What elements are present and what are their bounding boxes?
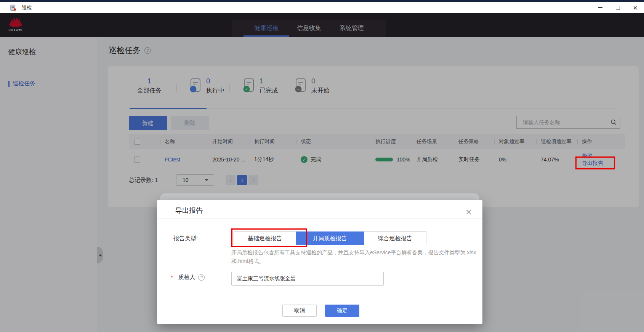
close-button[interactable]: ✕ xyxy=(626,2,644,13)
minimize-button[interactable] xyxy=(591,2,609,13)
report-type-label: 报告类型: xyxy=(173,235,198,242)
dialog-divider xyxy=(157,219,482,219)
window-title: 巡检 xyxy=(22,4,32,11)
inspector-label-row: * 质检人 ? xyxy=(171,274,205,281)
app-icon xyxy=(10,5,16,11)
inspector-help-icon[interactable]: ? xyxy=(198,274,205,281)
dialog-close-icon[interactable] xyxy=(465,208,473,216)
maximize-button[interactable] xyxy=(609,2,626,13)
annotation-box-export-link xyxy=(575,156,615,169)
report-type-comprehensive[interactable]: 综合巡检报告 xyxy=(364,231,426,245)
confirm-button[interactable]: 确定 xyxy=(325,305,359,317)
annotation-box-report-type xyxy=(231,228,307,247)
app-window: 巡检 ✕ xyxy=(0,0,644,332)
export-report-dialog: 导出报告 报告类型: 基础巡检报告 开局质检报告 综合巡检报告 开局质检报告包含… xyxy=(157,200,482,324)
required-asterisk: * xyxy=(171,275,173,281)
inspector-label: 质检人 xyxy=(178,274,195,281)
maximize-icon xyxy=(616,6,620,10)
dialog-title: 导出报告 xyxy=(175,206,203,215)
inspector-input[interactable] xyxy=(231,272,384,286)
window-controls: ✕ xyxy=(591,2,644,13)
question-glyph: ? xyxy=(200,275,203,280)
cancel-button[interactable]: 取消 xyxy=(282,305,317,317)
close-icon: ✕ xyxy=(633,5,638,11)
report-type-description: 开局质检报告包含所有工具支持巡检的产品，并且支持导入eService平台解析备案… xyxy=(231,248,483,266)
window-titlebar: 巡检 ✕ xyxy=(0,2,644,13)
minimize-icon xyxy=(598,7,602,8)
